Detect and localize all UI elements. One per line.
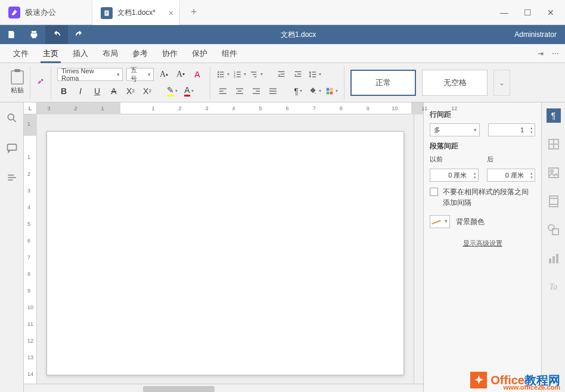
svg-rect-15 (237, 76, 241, 77)
horizontal-scrollbar[interactable] (24, 384, 423, 392)
font-name-select[interactable]: Times New Roma (57, 68, 123, 81)
svg-rect-21 (278, 76, 285, 76)
increase-indent-icon[interactable] (291, 68, 305, 81)
style-nospace[interactable]: 无空格 (422, 70, 488, 96)
ribbon: 粘贴 Times New Roma 五号 A▴ A▾ A B I U A X2 … (0, 63, 565, 102)
table-settings-icon[interactable] (547, 137, 561, 151)
svg-rect-18 (254, 76, 256, 77)
menu-home[interactable]: 主页 (36, 44, 66, 63)
svg-rect-43 (330, 91, 333, 94)
textart-settings-icon[interactable]: Ta (547, 280, 561, 294)
paste-label: 粘贴 (11, 86, 24, 95)
vertical-scrollbar[interactable] (414, 114, 423, 384)
align-left-icon[interactable] (216, 85, 229, 98)
change-case-icon[interactable]: A (191, 68, 204, 81)
print-button[interactable] (23, 25, 45, 44)
undo-button[interactable] (45, 25, 68, 44)
menu-reference[interactable]: 参考 (125, 44, 155, 63)
menu-file[interactable]: 文件 (6, 44, 36, 63)
user-name[interactable]: Administrator (506, 30, 565, 39)
superscript-icon[interactable]: X2 (124, 85, 137, 98)
line-spacing-value-input[interactable]: 1 (488, 123, 535, 136)
left-toolbar (0, 102, 24, 392)
svg-rect-55 (550, 196, 558, 207)
shape-settings-icon[interactable] (547, 223, 561, 237)
vertical-ruler[interactable]: 1123456789101112131415 (24, 114, 37, 384)
no-space-same-style-checkbox[interactable] (430, 188, 438, 196)
svg-rect-5 (220, 71, 224, 72)
paste-icon[interactable] (11, 70, 24, 85)
strikethrough-icon[interactable]: A (107, 85, 120, 98)
more-icon[interactable]: ⋯ (552, 49, 559, 58)
paragraph-settings-icon[interactable]: ¶ (547, 108, 561, 123)
spacing-after-input[interactable]: 0 厘米 (487, 169, 536, 182)
underline-icon[interactable]: U (91, 85, 104, 98)
chart-settings-icon[interactable] (547, 251, 561, 266)
new-tab-button[interactable]: + (191, 6, 197, 18)
save-button[interactable] (0, 25, 23, 44)
menu-protect[interactable]: 保护 (185, 44, 215, 63)
open-location-icon[interactable]: ⇥ (538, 49, 544, 58)
svg-rect-7 (220, 74, 224, 74)
comments-icon[interactable] (6, 142, 18, 154)
font-size-select[interactable]: 五号 (126, 68, 154, 81)
paragraph-panel: 行间距 多 1 段落间距 以前 后 0 厘米 0 厘米 不要在相同样式的段落之间… (423, 102, 541, 392)
app-name: 极速办公 (25, 7, 56, 18)
svg-rect-20 (281, 73, 285, 74)
shading-icon[interactable] (308, 85, 321, 98)
line-spacing-icon[interactable] (308, 68, 321, 81)
styles-expand-icon[interactable]: ⌄ (493, 70, 510, 96)
menu-insert[interactable]: 插入 (66, 44, 95, 63)
headings-icon[interactable] (6, 172, 18, 183)
image-settings-icon[interactable] (547, 166, 561, 180)
show-advanced-link[interactable]: 显示高级设置 (430, 239, 535, 248)
multilevel-list-icon[interactable] (250, 68, 263, 81)
align-justify-icon[interactable] (266, 85, 280, 98)
format-painter-icon[interactable] (34, 76, 47, 89)
close-tab-icon[interactable]: × (169, 8, 173, 18)
svg-text:3: 3 (234, 76, 235, 79)
svg-rect-11 (237, 71, 241, 72)
redo-button[interactable] (68, 25, 91, 44)
svg-point-54 (551, 170, 553, 172)
watermark: ✦ Office教程网 www.office26.com (470, 372, 560, 388)
document-page[interactable] (46, 131, 404, 375)
line-spacing-mode-select[interactable]: 多 (430, 123, 480, 136)
app-logo-icon (8, 7, 20, 18)
title-bar: 极速办公 文档1.docx* × + — ☐ ✕ (0, 0, 565, 25)
paragraph-mark-icon[interactable]: ¶ (291, 85, 305, 98)
bold-icon[interactable]: B (57, 85, 70, 98)
borders-icon[interactable] (325, 85, 338, 98)
spacing-before-input[interactable]: 0 厘米 (430, 169, 479, 182)
svg-rect-36 (253, 93, 260, 94)
ruler-corner: L (24, 102, 37, 114)
subscript-icon[interactable]: X2 (141, 85, 154, 98)
svg-rect-27 (312, 76, 316, 77)
svg-rect-1 (105, 11, 108, 12)
italic-icon[interactable]: I (74, 85, 87, 98)
menu-plugin[interactable]: 组件 (215, 44, 244, 63)
close-window-icon[interactable]: ✕ (547, 8, 554, 17)
maximize-icon[interactable]: ☐ (524, 8, 532, 17)
horizontal-ruler[interactable]: L 321123456789101112 (24, 102, 423, 114)
decrease-indent-icon[interactable] (275, 68, 288, 81)
font-color-icon[interactable]: A (182, 85, 195, 98)
decrease-font-icon[interactable]: A▾ (174, 68, 187, 81)
document-tab[interactable]: 文档1.docx* × (92, 0, 180, 25)
header-footer-icon[interactable] (547, 194, 561, 209)
svg-rect-42 (327, 91, 330, 94)
menu-layout[interactable]: 布局 (95, 44, 125, 63)
page-viewport[interactable] (37, 114, 414, 384)
minimize-icon[interactable]: — (500, 8, 508, 17)
style-normal[interactable]: 正常 (350, 70, 416, 96)
search-icon[interactable] (6, 112, 18, 124)
align-right-icon[interactable] (250, 85, 263, 98)
menu-collab[interactable]: 协作 (155, 44, 185, 63)
align-center-icon[interactable] (233, 85, 246, 98)
quick-access-bar: 文档1.docx Administrator (0, 25, 565, 44)
increase-font-icon[interactable]: A▴ (157, 68, 170, 81)
highlight-color-icon[interactable]: ✎ (166, 85, 179, 98)
bullets-icon[interactable] (216, 68, 229, 81)
numbering-icon[interactable]: 123 (233, 68, 246, 81)
background-color-picker[interactable] (430, 215, 450, 228)
